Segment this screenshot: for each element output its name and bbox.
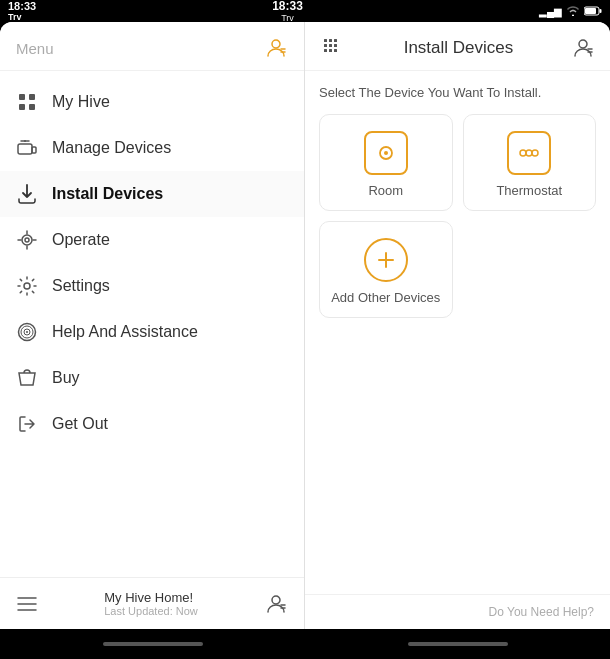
svg-rect-33 — [324, 44, 327, 47]
sidebar-item-operate[interactable]: Operate — [0, 217, 304, 263]
svg-rect-35 — [334, 44, 337, 47]
room-icon — [364, 131, 408, 175]
svg-point-39 — [579, 40, 587, 48]
sidebar-item-get-out[interactable]: Get Out — [0, 401, 304, 447]
svg-point-14 — [25, 238, 29, 242]
svg-rect-11 — [32, 147, 36, 153]
svg-rect-8 — [19, 104, 25, 110]
person-list-icon-right[interactable] — [572, 37, 594, 59]
left-panel: Menu — [0, 22, 305, 629]
device-grid: Room Thermostat — [319, 114, 596, 318]
svg-point-43 — [384, 151, 388, 155]
nav-list: My Hive Manage Devices — [0, 71, 304, 577]
svg-point-46 — [532, 150, 538, 156]
status-time-left: 18:33 Trv — [8, 0, 36, 22]
right-header: Install Devices — [305, 22, 610, 71]
svg-point-45 — [526, 150, 532, 156]
help-text[interactable]: Do You Need Help? — [489, 605, 594, 619]
last-updated: Last Updated: Now — [104, 605, 198, 617]
buy-icon — [16, 367, 38, 389]
home-title: My Hive Home! — [104, 590, 198, 605]
operate-icon — [16, 229, 38, 251]
install-icon — [16, 183, 38, 205]
svg-point-23 — [26, 331, 28, 333]
svg-rect-9 — [29, 104, 35, 110]
svg-rect-2 — [600, 9, 602, 13]
help-icon — [16, 321, 38, 343]
wifi-icon — [566, 6, 580, 16]
svg-rect-30 — [324, 39, 327, 42]
add-other-icon — [364, 238, 408, 282]
signal-icon: ▂▄▆ — [539, 6, 562, 17]
device-card-add-other[interactable]: Add Other Devices — [319, 221, 453, 318]
sidebar-item-label: Help And Assistance — [52, 323, 198, 341]
person-list-icon-footer[interactable] — [264, 592, 288, 616]
svg-rect-7 — [29, 94, 35, 100]
device-label-thermostat: Thermostat — [496, 183, 562, 198]
status-time-center: 18:33 — [272, 0, 303, 13]
svg-rect-34 — [329, 44, 332, 47]
status-icons: ▂▄▆ — [539, 6, 602, 17]
svg-rect-38 — [334, 49, 337, 52]
settings-icon — [16, 275, 38, 297]
logout-icon — [16, 413, 38, 435]
left-header: Menu — [0, 22, 304, 71]
svg-point-44 — [520, 150, 526, 156]
sidebar-item-label: My Hive — [52, 93, 110, 111]
sidebar-item-settings[interactable]: Settings — [0, 263, 304, 309]
right-content: Select The Device You Want To Install. R… — [305, 71, 610, 594]
sidebar-item-label: Manage Devices — [52, 139, 171, 157]
sidebar-item-label: Get Out — [52, 415, 108, 433]
svg-point-27 — [272, 596, 280, 604]
sidebar-item-label: Settings — [52, 277, 110, 295]
svg-rect-37 — [329, 49, 332, 52]
device-card-thermostat[interactable]: Thermostat — [463, 114, 597, 211]
dots-icon[interactable] — [321, 36, 345, 60]
menu-title: Menu — [16, 40, 54, 57]
svg-rect-36 — [324, 49, 327, 52]
list-icon[interactable] — [16, 593, 38, 615]
right-panel: Install Devices Select The Device You Wa… — [305, 22, 610, 629]
svg-point-19 — [24, 283, 30, 289]
svg-point-13 — [22, 235, 32, 245]
svg-point-12 — [24, 140, 26, 142]
install-devices-title: Install Devices — [345, 38, 572, 58]
svg-rect-6 — [19, 94, 25, 100]
main-container: Menu — [0, 22, 610, 629]
battery-icon — [584, 6, 602, 16]
sidebar-item-label: Operate — [52, 231, 110, 249]
sidebar-item-install-devices[interactable]: Install Devices — [0, 171, 304, 217]
sidebar-item-label: Buy — [52, 369, 80, 387]
devices-icon — [16, 137, 38, 159]
right-footer: Do You Need Help? — [305, 594, 610, 629]
select-instruction: Select The Device You Want To Install. — [319, 85, 596, 100]
bottom-bar — [0, 629, 610, 659]
home-indicator-right — [408, 642, 508, 646]
grid-icon — [16, 91, 38, 113]
sidebar-item-buy[interactable]: Buy — [0, 355, 304, 401]
svg-rect-1 — [585, 8, 596, 14]
device-label-room: Room — [368, 183, 403, 198]
thermostat-icon — [507, 131, 551, 175]
sidebar-item-manage-devices[interactable]: Manage Devices — [0, 125, 304, 171]
person-list-icon[interactable] — [264, 36, 288, 60]
svg-rect-10 — [18, 144, 32, 154]
device-card-room[interactable]: Room — [319, 114, 453, 211]
status-bar: 18:33 Trv 18:33 Trv ▂▄▆ — [0, 0, 610, 22]
svg-point-3 — [272, 40, 280, 48]
sidebar-item-label: Install Devices — [52, 185, 163, 203]
sidebar-item-help[interactable]: Help And Assistance — [0, 309, 304, 355]
svg-rect-31 — [329, 39, 332, 42]
left-footer: My Hive Home! Last Updated: Now — [0, 577, 304, 629]
svg-rect-32 — [334, 39, 337, 42]
home-indicator-left — [103, 642, 203, 646]
device-label-add-other: Add Other Devices — [331, 290, 440, 305]
sidebar-item-my-hive[interactable]: My Hive — [0, 79, 304, 125]
